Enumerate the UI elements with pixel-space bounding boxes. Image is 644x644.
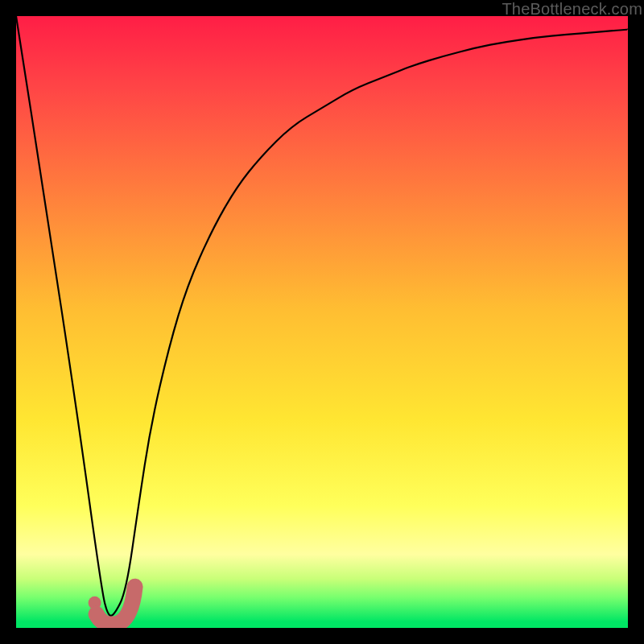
bottleneck-curve [16, 16, 628, 616]
plot-area [16, 16, 628, 628]
curve-layer [16, 16, 628, 628]
chart-frame: TheBottleneck.com [0, 0, 644, 644]
